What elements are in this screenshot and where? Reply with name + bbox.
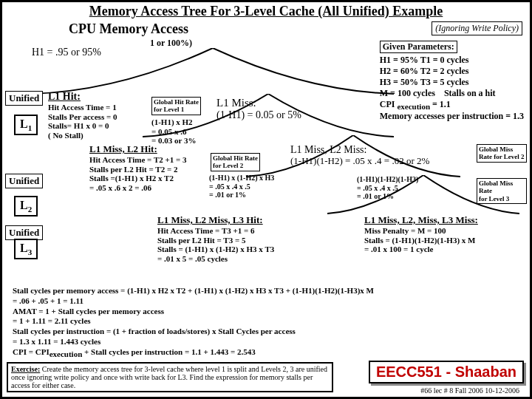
given-mem: Memory accesses per instruction = 1.3 <box>380 111 524 121</box>
lecture-footer: #66 lec # 8 Fall 2006 10-12-2006 <box>420 386 519 395</box>
unified-2: Unified <box>5 174 43 188</box>
global-hit-rate-l1: Global Hit Ratefor Level 1 <box>151 97 201 115</box>
level-2-box: L2 <box>14 196 38 216</box>
level-1-box: L1 <box>14 115 38 135</box>
given-stall: Stalls on a hit <box>444 88 496 98</box>
l1-hit: L1 Hit: Hit Access Time = 1 Stalls Per a… <box>48 91 117 140</box>
calculations: Stall cycles per memory access = (1-H1) … <box>13 286 522 359</box>
level-3-box: L3 <box>14 239 38 259</box>
tree-branch-1 <box>32 48 394 95</box>
unified-3: Unified <box>5 225 43 240</box>
cpi-line: CPI = CPIexecution + Stall cycles per in… <box>13 347 256 356</box>
note-ignore: (Ignoring Write Policy) <box>432 21 522 35</box>
root-prob: 1 or 100%) <box>150 38 192 49</box>
page-title: Memory Access Tree For 3-Level Cache (Al… <box>2 4 530 19</box>
exercise-box: Exercise: Create the memory access tree … <box>7 362 333 392</box>
global-miss-rate-l2: Global Miss Rate for Level 2 <box>477 144 527 163</box>
l1miss-calc: (1-H1) x H2= 0.05 x .6= 0.03 or 3% <box>151 117 196 146</box>
l2-hit: L1 Miss, L2 Hit: Hit Access Time = T2 +1… <box>89 144 187 193</box>
l3-calc: (1-H1)(1-H2)(1-H3)= .05 x .4 x .5= .01 o… <box>357 175 418 201</box>
l2miss-calc: (1-H1) x (1-H2) x H3= .05 x .4 x .5= .01… <box>209 174 274 200</box>
global-hit-rate-l2: Global Hit Ratefor Level 2 <box>211 153 260 171</box>
slide: Memory Access Tree For 3-Level Cache (Al… <box>0 0 532 399</box>
l3-miss: L1 Miss, L2, Miss, L3 Miss: Miss Penalty… <box>364 215 478 254</box>
l3-hit: L1 Miss, L2 Miss, L3 Hit: Hit Access Tim… <box>157 215 274 264</box>
l2-miss: L1 Miss, L2 Miss: (1-H1)(1-H2) = .05 x .… <box>290 144 429 167</box>
global-miss-rate-l3: Global Miss Ratefor Level 3 <box>477 178 527 204</box>
unified-1: Unified <box>5 91 43 106</box>
l1-miss: L1 Miss: (1-H1) = 0.05 or 5% <box>216 97 301 121</box>
subtitle: CPU Memory Access <box>69 21 188 37</box>
course-badge: EECC551 - Shaaban <box>369 361 524 383</box>
given-parameters: Given Parameters: H1 = 95% T1 = 0 cycles… <box>380 41 524 122</box>
